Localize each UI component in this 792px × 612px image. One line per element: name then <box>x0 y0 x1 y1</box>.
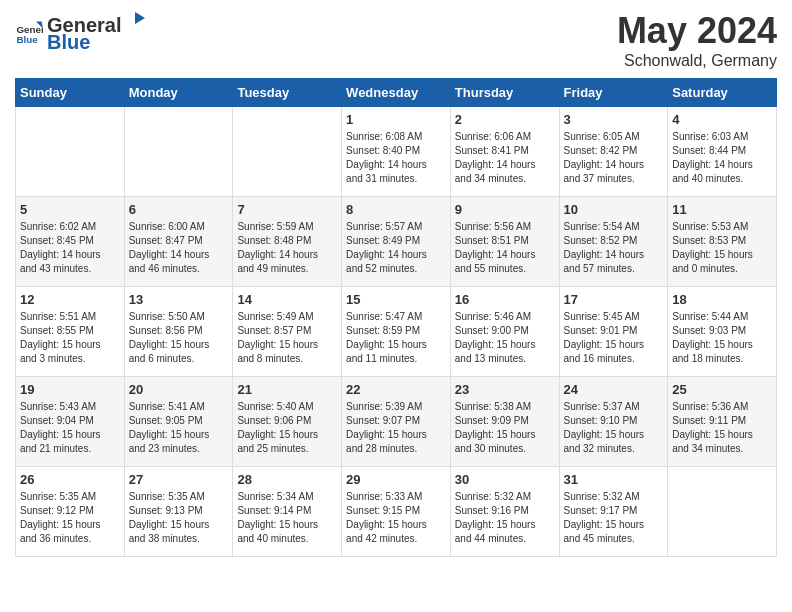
day-info: Sunrise: 6:00 AM Sunset: 8:47 PM Dayligh… <box>129 220 229 276</box>
day-info: Sunrise: 6:03 AM Sunset: 8:44 PM Dayligh… <box>672 130 772 186</box>
calendar-cell: 13Sunrise: 5:50 AM Sunset: 8:56 PM Dayli… <box>124 287 233 377</box>
day-number: 19 <box>20 382 120 397</box>
day-info: Sunrise: 5:35 AM Sunset: 9:12 PM Dayligh… <box>20 490 120 546</box>
day-number: 28 <box>237 472 337 487</box>
day-info: Sunrise: 5:35 AM Sunset: 9:13 PM Dayligh… <box>129 490 229 546</box>
week-row-3: 12Sunrise: 5:51 AM Sunset: 8:55 PM Dayli… <box>16 287 777 377</box>
day-info: Sunrise: 5:53 AM Sunset: 8:53 PM Dayligh… <box>672 220 772 276</box>
logo-flag-icon <box>123 10 145 32</box>
calendar-cell: 25Sunrise: 5:36 AM Sunset: 9:11 PM Dayli… <box>668 377 777 467</box>
week-row-1: 1Sunrise: 6:08 AM Sunset: 8:40 PM Daylig… <box>16 107 777 197</box>
day-number: 8 <box>346 202 446 217</box>
day-number: 11 <box>672 202 772 217</box>
calendar-cell: 20Sunrise: 5:41 AM Sunset: 9:05 PM Dayli… <box>124 377 233 467</box>
day-info: Sunrise: 5:32 AM Sunset: 9:16 PM Dayligh… <box>455 490 555 546</box>
day-number: 31 <box>564 472 664 487</box>
month-title: May 2024 <box>617 10 777 52</box>
calendar-cell <box>233 107 342 197</box>
day-info: Sunrise: 5:34 AM Sunset: 9:14 PM Dayligh… <box>237 490 337 546</box>
calendar-cell: 16Sunrise: 5:46 AM Sunset: 9:00 PM Dayli… <box>450 287 559 377</box>
day-info: Sunrise: 5:32 AM Sunset: 9:17 PM Dayligh… <box>564 490 664 546</box>
calendar-cell: 1Sunrise: 6:08 AM Sunset: 8:40 PM Daylig… <box>342 107 451 197</box>
day-info: Sunrise: 5:37 AM Sunset: 9:10 PM Dayligh… <box>564 400 664 456</box>
day-info: Sunrise: 5:44 AM Sunset: 9:03 PM Dayligh… <box>672 310 772 366</box>
day-info: Sunrise: 5:45 AM Sunset: 9:01 PM Dayligh… <box>564 310 664 366</box>
day-number: 25 <box>672 382 772 397</box>
day-number: 26 <box>20 472 120 487</box>
location-text: Schonwald, Germany <box>617 52 777 70</box>
calendar-cell: 4Sunrise: 6:03 AM Sunset: 8:44 PM Daylig… <box>668 107 777 197</box>
day-info: Sunrise: 5:43 AM Sunset: 9:04 PM Dayligh… <box>20 400 120 456</box>
calendar-cell: 12Sunrise: 5:51 AM Sunset: 8:55 PM Dayli… <box>16 287 125 377</box>
day-info: Sunrise: 6:05 AM Sunset: 8:42 PM Dayligh… <box>564 130 664 186</box>
svg-text:Blue: Blue <box>16 34 38 45</box>
calendar-cell: 15Sunrise: 5:47 AM Sunset: 8:59 PM Dayli… <box>342 287 451 377</box>
header-sunday: Sunday <box>16 79 125 107</box>
calendar-cell: 22Sunrise: 5:39 AM Sunset: 9:07 PM Dayli… <box>342 377 451 467</box>
day-info: Sunrise: 6:06 AM Sunset: 8:41 PM Dayligh… <box>455 130 555 186</box>
calendar-cell: 7Sunrise: 5:59 AM Sunset: 8:48 PM Daylig… <box>233 197 342 287</box>
header-friday: Friday <box>559 79 668 107</box>
logo: General Blue General Blue <box>15 10 145 54</box>
day-number: 3 <box>564 112 664 127</box>
calendar-cell: 14Sunrise: 5:49 AM Sunset: 8:57 PM Dayli… <box>233 287 342 377</box>
day-info: Sunrise: 5:47 AM Sunset: 8:59 PM Dayligh… <box>346 310 446 366</box>
calendar-cell: 23Sunrise: 5:38 AM Sunset: 9:09 PM Dayli… <box>450 377 559 467</box>
day-info: Sunrise: 5:46 AM Sunset: 9:00 PM Dayligh… <box>455 310 555 366</box>
page-header: General Blue General Blue May 2024 Schon… <box>15 10 777 70</box>
day-number: 21 <box>237 382 337 397</box>
calendar-cell: 27Sunrise: 5:35 AM Sunset: 9:13 PM Dayli… <box>124 467 233 557</box>
header-saturday: Saturday <box>668 79 777 107</box>
calendar-cell: 8Sunrise: 5:57 AM Sunset: 8:49 PM Daylig… <box>342 197 451 287</box>
calendar-cell <box>668 467 777 557</box>
day-info: Sunrise: 5:38 AM Sunset: 9:09 PM Dayligh… <box>455 400 555 456</box>
day-number: 15 <box>346 292 446 307</box>
header-thursday: Thursday <box>450 79 559 107</box>
day-info: Sunrise: 5:41 AM Sunset: 9:05 PM Dayligh… <box>129 400 229 456</box>
day-number: 20 <box>129 382 229 397</box>
calendar-cell: 9Sunrise: 5:56 AM Sunset: 8:51 PM Daylig… <box>450 197 559 287</box>
week-row-2: 5Sunrise: 6:02 AM Sunset: 8:45 PM Daylig… <box>16 197 777 287</box>
day-number: 23 <box>455 382 555 397</box>
day-info: Sunrise: 5:33 AM Sunset: 9:15 PM Dayligh… <box>346 490 446 546</box>
day-number: 24 <box>564 382 664 397</box>
calendar-cell: 21Sunrise: 5:40 AM Sunset: 9:06 PM Dayli… <box>233 377 342 467</box>
day-number: 30 <box>455 472 555 487</box>
day-info: Sunrise: 5:50 AM Sunset: 8:56 PM Dayligh… <box>129 310 229 366</box>
day-number: 5 <box>20 202 120 217</box>
day-number: 14 <box>237 292 337 307</box>
day-info: Sunrise: 6:02 AM Sunset: 8:45 PM Dayligh… <box>20 220 120 276</box>
calendar-cell: 18Sunrise: 5:44 AM Sunset: 9:03 PM Dayli… <box>668 287 777 377</box>
calendar-cell: 28Sunrise: 5:34 AM Sunset: 9:14 PM Dayli… <box>233 467 342 557</box>
calendar-cell: 24Sunrise: 5:37 AM Sunset: 9:10 PM Dayli… <box>559 377 668 467</box>
calendar-cell: 5Sunrise: 6:02 AM Sunset: 8:45 PM Daylig… <box>16 197 125 287</box>
calendar-cell: 30Sunrise: 5:32 AM Sunset: 9:16 PM Dayli… <box>450 467 559 557</box>
day-number: 12 <box>20 292 120 307</box>
week-row-5: 26Sunrise: 5:35 AM Sunset: 9:12 PM Dayli… <box>16 467 777 557</box>
calendar-cell: 29Sunrise: 5:33 AM Sunset: 9:15 PM Dayli… <box>342 467 451 557</box>
day-number: 2 <box>455 112 555 127</box>
day-number: 18 <box>672 292 772 307</box>
day-number: 4 <box>672 112 772 127</box>
calendar-cell: 26Sunrise: 5:35 AM Sunset: 9:12 PM Dayli… <box>16 467 125 557</box>
day-number: 29 <box>346 472 446 487</box>
header-tuesday: Tuesday <box>233 79 342 107</box>
calendar-cell: 3Sunrise: 6:05 AM Sunset: 8:42 PM Daylig… <box>559 107 668 197</box>
day-info: Sunrise: 5:36 AM Sunset: 9:11 PM Dayligh… <box>672 400 772 456</box>
logo-icon: General Blue <box>15 18 43 46</box>
svg-marker-3 <box>135 12 145 24</box>
calendar-cell <box>16 107 125 197</box>
day-number: 16 <box>455 292 555 307</box>
calendar-cell: 17Sunrise: 5:45 AM Sunset: 9:01 PM Dayli… <box>559 287 668 377</box>
week-row-4: 19Sunrise: 5:43 AM Sunset: 9:04 PM Dayli… <box>16 377 777 467</box>
calendar-header-row: SundayMondayTuesdayWednesdayThursdayFrid… <box>16 79 777 107</box>
day-info: Sunrise: 5:39 AM Sunset: 9:07 PM Dayligh… <box>346 400 446 456</box>
day-info: Sunrise: 5:51 AM Sunset: 8:55 PM Dayligh… <box>20 310 120 366</box>
day-number: 10 <box>564 202 664 217</box>
day-number: 27 <box>129 472 229 487</box>
calendar-table: SundayMondayTuesdayWednesdayThursdayFrid… <box>15 78 777 557</box>
calendar-cell: 11Sunrise: 5:53 AM Sunset: 8:53 PM Dayli… <box>668 197 777 287</box>
calendar-cell: 10Sunrise: 5:54 AM Sunset: 8:52 PM Dayli… <box>559 197 668 287</box>
day-number: 7 <box>237 202 337 217</box>
title-section: May 2024 Schonwald, Germany <box>617 10 777 70</box>
